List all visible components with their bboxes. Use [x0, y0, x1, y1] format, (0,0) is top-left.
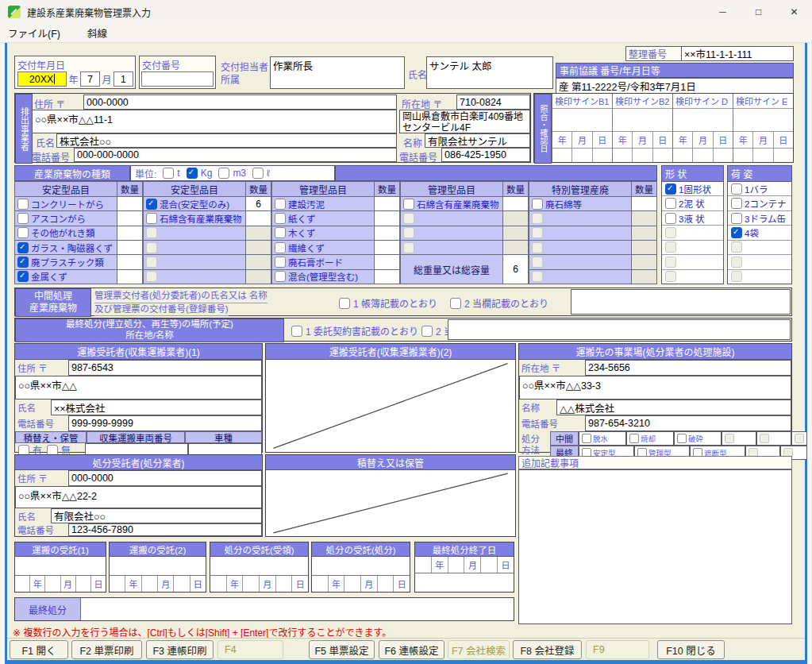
emitter-tel-field[interactable]: 000-000-0000 — [74, 148, 397, 162]
emitter-address-field[interactable]: ○○県××市△△11-1 — [32, 110, 397, 133]
f10-close-button[interactable]: F10 閉じる — [657, 640, 725, 659]
waste-checkbox[interactable] — [403, 199, 414, 210]
waste-checkbox[interactable] — [17, 199, 29, 210]
kofu-month-input[interactable]: 7 — [80, 71, 100, 87]
saishu-keiyaku-checkbox[interactable] — [291, 326, 302, 337]
tanto-field[interactable]: 作業所長 — [270, 56, 405, 89]
carrier1-tel-field[interactable]: 999-999-9999 — [68, 415, 262, 431]
month-input[interactable] — [693, 149, 713, 162]
menu-file[interactable]: ファイル(F) — [0, 23, 68, 43]
disposer-address-field[interactable]: ○○県××市△△22-2 — [15, 486, 262, 508]
qty-cell[interactable]: 6 — [246, 197, 271, 211]
waste-checkbox[interactable] — [17, 242, 29, 253]
emitter-postal-field[interactable]: 000-0000 — [83, 95, 397, 110]
saishu-toran-checkbox[interactable] — [421, 326, 433, 337]
packing-checkbox[interactable] — [731, 198, 742, 209]
qty-cell[interactable] — [117, 255, 143, 269]
waste-checkbox[interactable] — [275, 213, 286, 224]
value-area[interactable] — [415, 573, 514, 592]
f6-settings-button[interactable]: F6 連帳設定 — [379, 640, 444, 659]
month-input[interactable] — [243, 576, 260, 592]
chukan-choki-checkbox[interactable] — [339, 298, 350, 309]
waste-checkbox[interactable] — [275, 242, 286, 253]
day-input[interactable] — [653, 149, 672, 162]
year-input[interactable] — [312, 576, 329, 592]
waste-checkbox[interactable] — [17, 227, 29, 238]
year-input[interactable] — [415, 557, 432, 573]
day-input[interactable] — [174, 576, 190, 592]
waste-checkbox[interactable] — [146, 199, 157, 210]
day-input[interactable] — [276, 576, 293, 592]
day-input[interactable] — [378, 576, 394, 592]
day-input[interactable] — [76, 576, 91, 592]
month-input[interactable] — [344, 576, 361, 592]
qty-cell[interactable] — [117, 241, 143, 255]
saishu-shobun-field[interactable] — [81, 598, 514, 620]
f2-print-button[interactable]: F2 単票印刷 — [71, 640, 142, 659]
saishu-basho-field[interactable] — [448, 319, 791, 340]
stamp-sign-area[interactable] — [673, 109, 733, 132]
value-area[interactable] — [110, 557, 206, 575]
month-input[interactable] — [142, 576, 158, 592]
incinerate-checkbox[interactable] — [629, 434, 639, 443]
qty-cell[interactable] — [375, 270, 400, 284]
tsuika-textarea[interactable] — [518, 469, 792, 624]
month-input[interactable] — [753, 149, 773, 162]
jizen-kyogi-field[interactable]: 産 第11-2222号/令和3年7月1日 — [556, 78, 794, 94]
waste-checkbox[interactable] — [275, 271, 286, 282]
year-input[interactable] — [552, 149, 572, 162]
destination-tel-field[interactable]: 987-654-3210 — [585, 415, 791, 431]
waste-checkbox[interactable] — [146, 213, 157, 224]
shape-checkbox[interactable] — [665, 198, 676, 209]
value-area[interactable] — [15, 557, 106, 575]
disposer-name-field[interactable]: 有限会社○○ — [51, 508, 262, 523]
waste-checkbox[interactable] — [17, 257, 29, 268]
waste-checkbox[interactable] — [275, 257, 286, 268]
qty-cell[interactable] — [375, 255, 400, 269]
waste-checkbox[interactable] — [17, 213, 29, 224]
value-area[interactable] — [210, 557, 308, 575]
qty-cell[interactable] — [375, 241, 400, 255]
month-input[interactable] — [572, 149, 592, 162]
chukan-field[interactable] — [571, 289, 791, 315]
qty-cell[interactable] — [632, 197, 657, 211]
unit-kg-checkbox[interactable] — [187, 168, 198, 179]
emitter-address2-field[interactable]: 岡山県倉敷市白楽町409番地 センタービル4F — [399, 110, 530, 133]
kofu-no-field[interactable] — [141, 71, 214, 87]
qty-cell[interactable] — [117, 197, 143, 211]
disposer-postal-field[interactable]: 000-0000 — [68, 470, 262, 486]
f1-open-button[interactable]: F1 開く — [10, 640, 68, 659]
total-weight-value[interactable]: 6 — [503, 255, 529, 284]
emitter-tel2-field[interactable]: 086-425-1950 — [441, 148, 530, 162]
close-button[interactable]: ✕ — [776, 0, 812, 24]
destination-postal-field[interactable]: 234-5656 — [585, 360, 791, 376]
qty-cell[interactable] — [375, 197, 400, 211]
stamp-sign-area[interactable] — [613, 109, 672, 132]
maximize-button[interactable]: □ — [741, 0, 776, 24]
packing-checkbox[interactable] — [731, 213, 742, 224]
day-input[interactable] — [714, 149, 733, 162]
disposer-tel-field[interactable]: 123-456-7890 — [68, 523, 262, 536]
kofu-day-input[interactable]: 1 — [114, 71, 133, 87]
day-input[interactable] — [481, 557, 498, 573]
emitter-name-field[interactable]: 株式会社○○ — [56, 133, 397, 148]
shape-checkbox[interactable] — [665, 213, 676, 224]
qty-cell[interactable] — [246, 211, 271, 226]
qty-cell[interactable] — [375, 211, 400, 226]
day-input[interactable] — [774, 149, 793, 162]
destination-address-field[interactable]: ○○県××市△△33-3 — [519, 376, 791, 400]
carrier1-postal-field[interactable]: 987-6543 — [68, 360, 262, 376]
month-input[interactable] — [45, 576, 60, 592]
year-input[interactable] — [15, 576, 30, 592]
value-area[interactable] — [312, 557, 410, 575]
stamp-sign-area[interactable] — [733, 109, 793, 132]
emitter-postal2-field[interactable]: 710-0824 — [456, 95, 530, 110]
qty-cell[interactable] — [375, 226, 400, 241]
carrier1-name-field[interactable]: ××株式会社 — [51, 400, 262, 415]
qty-cell[interactable] — [117, 211, 143, 226]
year-input[interactable] — [733, 149, 753, 162]
unit-t-checkbox[interactable] — [163, 168, 174, 179]
packing-checkbox[interactable] — [731, 227, 742, 238]
shape-checkbox[interactable] — [665, 183, 676, 195]
shimei-field[interactable]: サンテル 太郎 — [426, 56, 553, 89]
